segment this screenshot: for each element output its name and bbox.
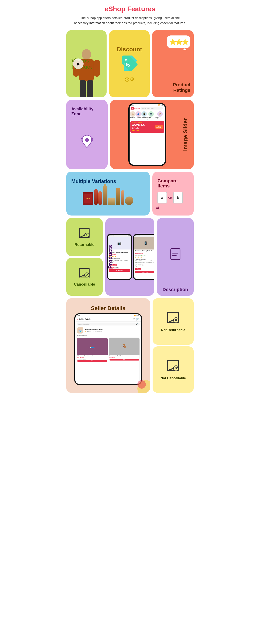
seller-screen: 5:49📶 91% ‹ Seller Details ♡ 🛒 Search It…: [75, 314, 141, 384]
not-group: Not Returnable $ Not Cancellable: [152, 298, 194, 393]
returnable-group: $ Returnable Cancellable: [66, 218, 103, 296]
svg-point-14: [85, 138, 89, 142]
phone-mockup: 9:46📶 91% M eShop Search Items here 🪑 Fu…: [128, 103, 166, 166]
product-1-discount: 5.27%: [83, 358, 86, 360]
product-1-name: Sheesham Wood Queen Size ...: [78, 355, 107, 357]
ratings-title: Product Ratings: [156, 82, 190, 93]
svg-text:%: %: [124, 62, 130, 68]
not-cancellable-icon: $: [166, 359, 181, 375]
variations-card: Multiple Variations PAMA: [66, 172, 150, 216]
back-icon[interactable]: ‹: [77, 318, 78, 321]
discount-card: Discount % $ $: [109, 30, 150, 97]
product-grid: 🛏️ Sheesham Wood Queen Size ... $1,799.0…: [75, 337, 141, 384]
slider-card: 9:46📶 91% M eShop Search Items here 🪑 Fu…: [110, 100, 194, 169]
store-name: Metro Merchants Mart: [85, 329, 103, 330]
eshop-name: eShop: [134, 108, 140, 109]
heart-icon[interactable]: ♡: [132, 318, 135, 321]
coins-decoration: $ $: [125, 78, 134, 82]
page-title: eShop Features: [74, 5, 186, 13]
svg-text:⭐: ⭐: [182, 38, 189, 46]
add-button-2[interactable]: Add: [110, 359, 139, 360]
cancellable-title: Cancellable: [74, 282, 95, 287]
phone-2-screen: Samsung91% 📱 Samsung Galaxy Note 20 $66,…: [134, 235, 154, 279]
buy-now-button-2[interactable]: BUY NOW: [135, 271, 154, 273]
row-1: Videos Product ▶ Discount %: [65, 29, 195, 98]
title-text: eShop Features: [105, 5, 155, 13]
description-title: Description: [162, 287, 188, 292]
description-card: Description: [157, 218, 194, 296]
store-rating: 4.40: [87, 330, 90, 332]
svg-marker-9: [183, 48, 187, 50]
compare-icon: a OR b: [156, 190, 184, 205]
row-4: $ Returnable Cancellable Products: [65, 217, 195, 297]
seller-phone: 5:49📶 91% ‹ Seller Details ♡ 🛒 Search It…: [74, 313, 142, 385]
swap-arrows: ⇄: [156, 205, 159, 210]
svg-rect-5: [87, 80, 93, 97]
availability-title: Availability Zone: [70, 105, 104, 118]
svg-text:$: $: [175, 367, 177, 370]
eshop-logo: M: [131, 107, 134, 110]
not-cancellable-card: $ Not Cancellable: [152, 346, 194, 393]
product-item-2: 🪑 Faux Leather Task Chair $399.00 Add: [109, 338, 140, 383]
not-returnable-icon: [166, 311, 181, 326]
products-title: Products: [107, 245, 114, 269]
row-5: Seller Details 5:49📶 91% ‹ Seller Detail…: [65, 297, 195, 394]
svg-point-6: [125, 59, 127, 60]
search-bar[interactable]: Search Items here: [140, 107, 163, 110]
phone-2: Samsung91% 📱 Samsung Galaxy Note 20 $66,…: [133, 234, 154, 280]
buy-now-button-1[interactable]: BUY NOW: [109, 269, 130, 272]
returnable-card: $ Returnable: [66, 218, 103, 256]
stars-bubble: ⭐ ⭐ ⭐: [166, 34, 191, 52]
deco-circle-red: [138, 380, 146, 388]
cancellable-card: Cancellable: [66, 258, 103, 296]
phone-mockup-container: 9:46📶 91% M eShop Search Items here 🪑 Fu…: [114, 101, 181, 168]
returnable-icon: $: [78, 227, 91, 241]
product-2-name: Faux Leather Task Chair: [110, 355, 139, 357]
seller-card: Seller Details 5:49📶 91% ‹ Seller Detail…: [66, 298, 150, 393]
cosmetics-icons: PAMA: [70, 186, 146, 207]
store-products: 250 Products: [94, 330, 103, 332]
description-icon-container: [168, 222, 183, 287]
compare-card: Compare Items a OR b ⇄: [152, 172, 194, 216]
product-1-original: $2,039.00: [78, 358, 82, 360]
row-2: Availability Zone 9:46📶 91%: [65, 98, 195, 170]
not-returnable-card: Not Returnable: [152, 298, 194, 345]
seller-search[interactable]: Search Items here🎤: [76, 322, 140, 326]
slider-title: Image Slider: [182, 118, 189, 151]
add-button-1[interactable]: Add: [78, 360, 107, 362]
banner: SPECIAL OFFER GAMMINGSALE 50% OFF NEWARR…: [130, 121, 164, 133]
svg-rect-4: [80, 80, 86, 97]
phone-screen: 9:46📶 91% M eShop Search Items here 🪑 Fu…: [130, 104, 165, 165]
location-icon-container: [78, 118, 96, 166]
svg-text:$: $: [86, 234, 88, 236]
header-description: The eShop app offers detailed product de…: [74, 16, 186, 26]
store-info: 🏪 Metro Merchants Mart ★ 4.40 | 118 250 …: [75, 326, 141, 334]
ratings-card: ⭐ ⭐ ⭐ Product Ratings: [152, 30, 194, 97]
play-button[interactable]: ▶: [73, 58, 84, 69]
not-returnable-title: Not Returnable: [161, 328, 185, 332]
cart-icon[interactable]: 🛒: [136, 318, 139, 321]
cancellable-icon: [78, 267, 91, 280]
variations-title: Multiple Variations: [70, 177, 118, 186]
discount-title: Discount: [117, 46, 142, 53]
svg-point-21: [85, 273, 89, 277]
returnable-title: Returnable: [74, 242, 94, 247]
compare-title: Compare Items: [156, 177, 190, 190]
product-1-price: $1,799.00: [78, 357, 107, 358]
categories-row: 🪑 Furniture 👗 Fashion 📱 Electronics: [130, 110, 165, 120]
seller-title: Seller Details: [91, 305, 125, 312]
products-card: Products Samsung91% 📷 Samsung Samsung Ga…: [105, 218, 154, 296]
not-cancellable-title: Not Cancellable: [160, 376, 186, 380]
product-2-price: $399.00: [110, 357, 139, 358]
store-reviews: 118: [92, 330, 94, 332]
row-3: Multiple Variations PAMA: [65, 170, 195, 217]
header-section: eShop Features The eShop app offers deta…: [65, 0, 195, 29]
fashion-category: Fashion: [136, 117, 140, 118]
availability-card: Availability Zone: [66, 100, 108, 169]
product-item-1: 🛏️ Sheesham Wood Queen Size ... $1,799.0…: [76, 338, 108, 383]
svg-rect-22: [171, 249, 180, 260]
discount-icon: %: [120, 54, 139, 76]
videos-card: Videos Product ▶: [66, 30, 106, 97]
